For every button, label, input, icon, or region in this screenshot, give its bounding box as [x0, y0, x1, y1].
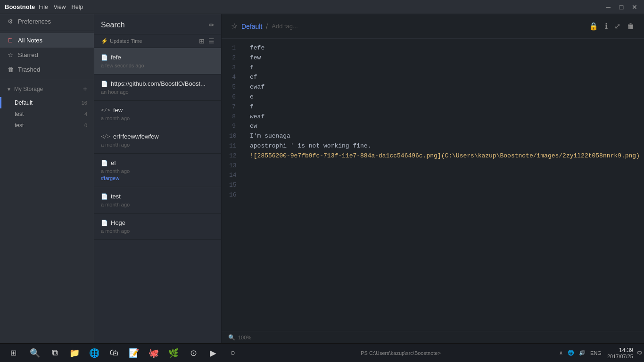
sidebar-folder-default[interactable]: Default 16: [0, 97, 94, 108]
edge-button[interactable]: 🌐: [85, 344, 104, 362]
main-layout: ⚙ Preferences 🗒 All Notes ☆ Starred 🗑 Tr…: [0, 14, 644, 343]
sidebar-divider-2: [0, 79, 94, 79]
note-title-row: 📄 test: [101, 193, 215, 200]
gitkraken-button[interactable]: 🐙: [144, 344, 163, 362]
taskbar: ⊞ 🔍 ⧉ 📁 🌐 🛍 📝 🐙 🌿 ⊙ ▶: [0, 343, 644, 362]
sidebar-divider: [0, 31, 94, 31]
star-button[interactable]: ☆: [231, 22, 238, 31]
chrome-icon: ⊙: [190, 348, 197, 358]
line-number: 7: [229, 102, 236, 112]
note-list-sort: ⚡ Updated Time ⊞ ☰: [94, 34, 221, 48]
sidebar-folder-test-1[interactable]: test 4: [0, 108, 94, 120]
add-tag-button[interactable]: Add tag...: [272, 23, 298, 30]
minimize-button[interactable]: ─: [603, 3, 613, 11]
note-title: fefe: [111, 54, 121, 61]
titlebar-menus: File View Help: [39, 4, 83, 10]
line-number: 16: [229, 190, 236, 200]
sidebar-folder-test-2[interactable]: test 0: [0, 120, 94, 131]
explorer-button[interactable]: 📁: [65, 344, 84, 362]
breadcrumb[interactable]: Default: [241, 23, 262, 30]
line-number: 6: [229, 92, 236, 102]
zoom-level: 100%: [238, 335, 251, 340]
lang-label: ENG: [590, 350, 602, 356]
doc-icon: 📄: [101, 54, 108, 61]
chrome-button[interactable]: ⊙: [184, 344, 203, 362]
sidebar-item-starred[interactable]: ☆ Starred: [0, 48, 94, 62]
line-number: 5: [229, 82, 236, 92]
clock-date: 2017/07/25: [607, 354, 633, 359]
note-item[interactable]: 📄 https://github.com/BoostIO/Boost... an…: [94, 74, 221, 101]
note-item[interactable]: </> erfrfeewwfewfew a month ago: [94, 127, 221, 154]
note-title: test: [111, 193, 121, 200]
delete-icon[interactable]: 🗑: [627, 22, 635, 31]
note-tag: #fargew: [101, 175, 215, 181]
line-number: 10: [229, 132, 236, 141]
list-view-icon[interactable]: ☰: [208, 37, 215, 45]
editor-content[interactable]: 12345678910111213141516 fefefewfefewafef…: [222, 39, 644, 331]
edit-icon[interactable]: ✏: [209, 21, 215, 29]
sidebar: ⚙ Preferences 🗒 All Notes ☆ Starred 🗑 Tr…: [0, 14, 94, 343]
code-line: fefe: [250, 43, 640, 53]
extra-button[interactable]: ○: [223, 344, 242, 362]
maximize-button[interactable]: □: [617, 3, 626, 11]
note-item[interactable]: </> few a month ago: [94, 101, 221, 127]
note-item[interactable]: 📄 test a month ago: [94, 187, 221, 214]
code-line: weaf: [250, 112, 640, 122]
sidebar-item-preferences[interactable]: ⚙ Preferences: [0, 14, 94, 29]
add-storage-icon[interactable]: +: [83, 85, 87, 93]
taskbar-left: ⊞ 🔍 ⧉ 📁 🌐 🛍 📝 🐙 🌿 ⊙ ▶: [2, 344, 242, 362]
toolbar-left: ☆ Default / Add tag...: [231, 22, 298, 31]
sidebar-item-all-notes[interactable]: 🗒 All Notes: [0, 33, 94, 48]
editor-panel: ☆ Default / Add tag... 🔒 ℹ ⤢ 🗑 123456789…: [222, 14, 644, 343]
line-number: 15: [229, 181, 236, 190]
note-time: a month ago: [101, 202, 215, 207]
notification-icon[interactable]: 🗨: [637, 350, 642, 356]
sidebar-section-my-storage[interactable]: ▼ My Storage +: [0, 81, 94, 97]
lock-icon[interactable]: 🔒: [589, 22, 598, 31]
folder-test1-name: test: [15, 111, 24, 117]
boostnote-taskbar-button[interactable]: 📝: [124, 344, 143, 362]
doc-icon: 📄: [101, 193, 108, 200]
trash-icon: 🗑: [7, 66, 14, 73]
menu-file[interactable]: File: [39, 4, 48, 10]
git-icon: 🌿: [168, 348, 179, 358]
taskview-button[interactable]: ⧉: [45, 344, 64, 362]
tray-arrow[interactable]: ∧: [559, 350, 563, 356]
note-item[interactable]: 📄 fefe a few seconds ago: [94, 48, 221, 74]
windows-icon: ⊞: [10, 348, 17, 357]
note-item[interactable]: 📄 ef a month ago #fargew: [94, 154, 221, 187]
folder-test2-name: test: [15, 122, 24, 129]
star-icon: ☆: [7, 51, 14, 58]
line-number: 13: [229, 161, 236, 171]
powershell-button[interactable]: ▶: [204, 344, 223, 362]
all-notes-label: All Notes: [18, 37, 42, 44]
clock-time: 14:39: [607, 347, 633, 354]
grid-view-icon[interactable]: ⊞: [199, 37, 205, 45]
git-button[interactable]: 🌿: [164, 344, 183, 362]
powershell-icon: ▶: [210, 348, 216, 358]
titlebar: Boostnote File View Help ─ □ ✕: [0, 0, 644, 14]
line-numbers: 12345678910111213141516: [222, 39, 240, 331]
sort-label[interactable]: ⚡ Updated Time: [101, 38, 142, 44]
menu-help[interactable]: Help: [71, 4, 83, 10]
note-item[interactable]: 📄 Hoge a month ago: [94, 214, 221, 240]
start-button[interactable]: ⊞: [2, 344, 25, 362]
code-line: f: [250, 102, 640, 112]
note-title-row: 📄 https://github.com/BoostIO/Boost...: [101, 80, 215, 87]
close-button[interactable]: ✕: [630, 3, 639, 11]
menu-view[interactable]: View: [54, 4, 66, 10]
note-list-title: Search: [101, 21, 125, 29]
code-line: ![28556200-9e7fb9fc-713f-11e7-884a-da1cc…: [250, 151, 640, 161]
store-button[interactable]: 🛍: [105, 344, 124, 362]
sidebar-item-trashed[interactable]: 🗑 Trashed: [0, 62, 94, 77]
system-clock: 14:39 2017/07/25: [607, 347, 633, 359]
store-icon: 🛍: [110, 348, 118, 358]
edge-icon: 🌐: [89, 348, 99, 358]
info-icon[interactable]: ℹ: [605, 22, 608, 31]
note-title-row: 📄 Hoge: [101, 219, 215, 226]
search-taskbar-button[interactable]: 🔍: [25, 344, 44, 362]
note-time: a few seconds ago: [101, 63, 215, 68]
expand-icon[interactable]: ⤢: [614, 22, 620, 31]
line-number: 4: [229, 73, 236, 82]
taskbar-center: PS C:\Users\kazup\src\Boostnote>: [361, 350, 441, 356]
